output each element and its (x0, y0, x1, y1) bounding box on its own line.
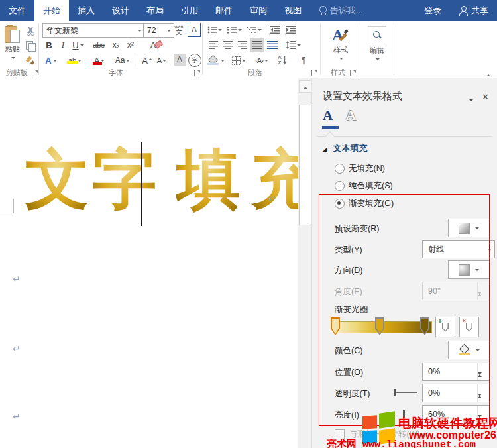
styles-button[interactable]: A 样式 (326, 23, 355, 64)
shading-bucket-icon (207, 56, 219, 65)
paste-button[interactable]: 粘贴 (3, 24, 23, 62)
scroll-up-button[interactable] (299, 80, 311, 93)
section-text-fill[interactable]: ◢ 文本填充 (323, 142, 368, 154)
direction-button[interactable] (448, 260, 490, 279)
tell-me-box[interactable]: 告诉我... (310, 0, 372, 21)
radio-solid-fill[interactable] (335, 181, 345, 191)
line-spacing-button[interactable] (285, 38, 302, 52)
character-border-button[interactable]: A (188, 23, 201, 37)
tab-view[interactable]: 视图 (276, 0, 310, 21)
styles-dialog-launcher-icon[interactable] (350, 70, 357, 76)
align-left-button[interactable] (207, 38, 220, 52)
text-effects-a-icon: A (45, 56, 51, 66)
pane-menu-button[interactable] (468, 95, 473, 104)
tab-insert[interactable]: 插入 (69, 0, 103, 21)
radio-gradient-fill[interactable] (335, 199, 345, 209)
highlight-button[interactable]: ab (65, 54, 85, 67)
align-right-button[interactable] (236, 38, 249, 52)
font-name-combo[interactable]: 华文新魏 (42, 23, 145, 38)
radio-solid-fill-label[interactable]: 纯色填充(S) (349, 180, 393, 192)
radio-gradient-fill-label[interactable]: 渐变填充(G) (349, 198, 394, 209)
delete-gradient-stop-button[interactable]: ✕ (459, 317, 479, 337)
pane-close-button[interactable]: ✕ (482, 92, 489, 102)
underline-icon: U (72, 40, 78, 50)
italic-button[interactable]: I (58, 38, 68, 52)
document-canvas[interactable] (0, 78, 298, 448)
section-text-fill-label: 文本填充 (333, 143, 368, 153)
preset-gradient-button[interactable] (448, 219, 490, 237)
enclose-characters-button[interactable]: 字 (188, 54, 201, 67)
vertical-scrollbar[interactable] (298, 78, 311, 448)
justify-button[interactable] (250, 38, 264, 52)
transparency-spinner[interactable]: 0% (422, 384, 490, 402)
show-hide-marks-button[interactable]: ¶ (297, 54, 310, 67)
copy-button[interactable] (24, 39, 37, 52)
tab-text-effects[interactable]: A (346, 107, 356, 124)
numbering-button[interactable] (226, 23, 243, 36)
tab-design[interactable]: 设计 (103, 0, 138, 21)
scrollbar-thumb[interactable] (299, 105, 311, 225)
asian-layout-button[interactable]: ‹A› (252, 54, 272, 67)
bold-button[interactable]: B (44, 38, 54, 52)
paragraph-dialog-launcher-icon[interactable] (311, 70, 318, 76)
strikethrough-button[interactable]: abc (90, 38, 107, 52)
type-value: 射线 (428, 244, 444, 255)
text-effects-button[interactable]: A (42, 54, 60, 67)
phonetic-guide-button[interactable]: wén 文 (172, 22, 186, 38)
color-button[interactable] (448, 341, 490, 359)
sign-in-button[interactable]: 登录 (415, 5, 450, 17)
cut-button[interactable] (24, 25, 37, 38)
font-color-button[interactable]: A (90, 54, 109, 67)
tab-layout[interactable]: 布局 (138, 0, 172, 21)
align-center-button[interactable] (221, 38, 235, 52)
editing-button[interactable]: 编辑 (364, 23, 390, 64)
character-shading-button[interactable]: A (174, 54, 186, 66)
distribute-button[interactable] (265, 38, 280, 52)
tab-home[interactable]: 开始 (34, 0, 69, 21)
font-color-icon: A (94, 56, 100, 66)
grow-font-button[interactable]: A (140, 54, 154, 67)
editing-label: 编辑 (370, 46, 384, 56)
transparency-slider-thumb[interactable] (394, 389, 396, 396)
transparency-slider-track[interactable] (396, 392, 417, 393)
decrease-indent-icon (270, 26, 280, 34)
multilevel-list-button[interactable] (246, 23, 263, 36)
font-size-combo[interactable]: 72 (143, 23, 174, 38)
change-case-button[interactable]: Aa (113, 54, 133, 67)
text-cursor (141, 142, 142, 226)
underline-dropdown-icon (80, 44, 84, 48)
decrease-indent-button[interactable] (268, 23, 282, 36)
clipboard-dialog-launcher-icon[interactable] (32, 70, 38, 76)
tab-text-fill-outline[interactable]: A (323, 107, 333, 124)
font-dialog-launcher-icon[interactable] (194, 70, 201, 76)
character-border-a-icon: A (192, 25, 197, 34)
sort-button[interactable]: A Z (274, 54, 290, 67)
increase-indent-button[interactable] (284, 23, 298, 36)
radio-no-fill-label[interactable]: 无填充(N) (349, 163, 385, 174)
tab-mailings[interactable]: 邮件 (207, 0, 241, 21)
tab-review[interactable]: 审阅 (241, 0, 276, 21)
clear-formatting-button[interactable]: A (146, 38, 160, 52)
tab-references[interactable]: 引用 (172, 0, 207, 21)
bullets-button[interactable] (206, 23, 223, 36)
underline-button[interactable]: U (70, 38, 86, 52)
paragraph-return-mark: ↵ (13, 343, 21, 354)
share-button[interactable]: + 共享 (450, 5, 497, 17)
superscript-button[interactable]: x² (125, 38, 137, 52)
text-effects-a-icon: A (346, 107, 356, 123)
position-spinner[interactable]: 0% (422, 363, 490, 381)
format-painter-button[interactable] (24, 54, 37, 67)
type-combo[interactable]: 射线 (422, 240, 495, 258)
borders-button[interactable] (229, 54, 248, 67)
radio-no-fill[interactable] (335, 164, 345, 174)
subscript-button[interactable]: x₂ (110, 38, 122, 52)
paragraph-group-label: 段落 (219, 68, 292, 78)
shrink-font-button[interactable]: A (155, 54, 168, 67)
subscript-icon: x₂ (113, 40, 120, 50)
styles-a-brush-icon: A (331, 27, 351, 45)
tab-file[interactable]: 文件 (0, 0, 34, 21)
word-window: 文件 开始 插入 设计 布局 引用 邮件 审阅 视图 告诉我... 登录 + 共… (0, 0, 497, 448)
shrink-font-icon: A (157, 56, 162, 64)
shading-button[interactable] (207, 54, 225, 67)
add-gradient-stop-button[interactable]: + (435, 317, 455, 337)
